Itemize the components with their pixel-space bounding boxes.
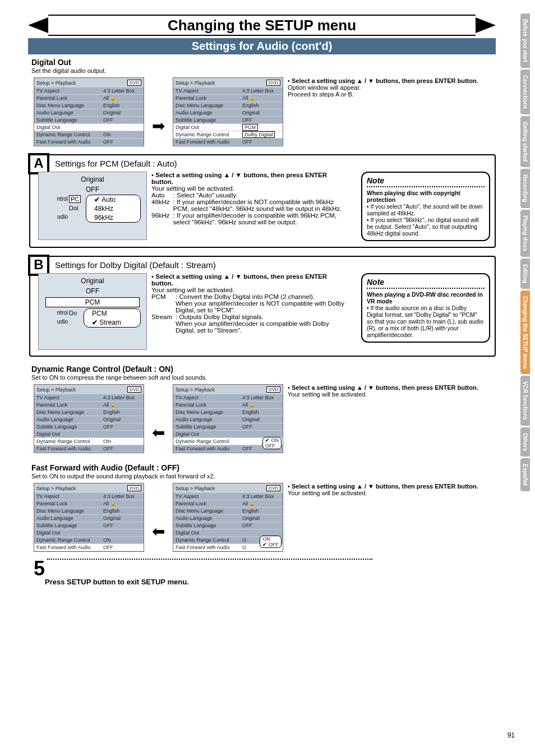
osd-row-v: English xyxy=(240,102,283,109)
osd-row-k: Dynamic Range Control xyxy=(173,438,240,445)
osd-row-v: English xyxy=(240,409,283,416)
opt-on: ON xyxy=(265,437,279,443)
osd-row-k: Audio Language xyxy=(173,109,240,117)
osd-row-v: 4:3 Letter Box xyxy=(101,493,144,500)
osd-row-k: Subtitle Language xyxy=(34,117,101,124)
osd-row-v: OFF xyxy=(101,445,144,453)
instr-sub: Your setting will be activated. xyxy=(151,185,234,192)
osd-row-k: Dynamic Range Control xyxy=(173,131,240,139)
instr-bold: Select a setting using ▲ / ▼ buttons, th… xyxy=(151,273,327,287)
osd-row-v: English xyxy=(101,409,144,416)
snap-big: PCM xyxy=(45,297,140,307)
tab-setup: Changing the SETUP menu xyxy=(520,291,530,374)
tab-vcr: VCR functions xyxy=(520,376,530,426)
osd-row-v: Original xyxy=(240,109,283,117)
osd-row-v: Original xyxy=(240,515,283,522)
osd-row-k: Fast Forward with Audio xyxy=(173,445,240,453)
osd-crumb: Setup > Playback xyxy=(36,80,76,86)
osd-row-k: Fast Forward with Audio xyxy=(34,544,101,551)
osd-row-v: All 🔒 xyxy=(101,500,144,508)
osd-row-k: Dynamic Range Control xyxy=(34,438,101,445)
osd-row-v: English xyxy=(101,102,144,109)
osd-row-v: OFF xyxy=(240,139,283,146)
snap-line: Original xyxy=(42,174,143,185)
note-item: If you select "Auto", the sound will be … xyxy=(367,203,483,216)
osd-crumb: Setup > Playback xyxy=(176,486,215,491)
osd-row-v: All 🔒 xyxy=(240,95,283,102)
ff-sub: Set to ON to output the sound during pla… xyxy=(31,473,518,480)
drc-heading: Dynamic Range Control (Default : ON) xyxy=(31,365,518,374)
step-number: 5 xyxy=(34,557,45,580)
osd-row-v xyxy=(101,431,144,438)
osd-row-k: TV Aspect xyxy=(34,493,101,500)
section-a-title: Settings for PCM (Default : Auto) xyxy=(55,159,490,168)
instr-line: Your setting will be activated. xyxy=(288,391,367,398)
osd-row-k: Subtitle Language xyxy=(34,522,101,529)
osd-row-k: Digital Out xyxy=(173,431,240,438)
osd-row-k: Disc Menu Language xyxy=(173,409,240,416)
osd-row-k: Subtitle Language xyxy=(173,423,240,431)
drc-sub: Set to ON to compress the range between … xyxy=(31,374,518,381)
ornament-left xyxy=(28,17,48,33)
osd-row-v xyxy=(101,529,144,537)
note-heading: When playing a DVD-RW disc recorded in V… xyxy=(367,291,483,305)
snap-edge: Do xyxy=(69,310,77,316)
osd-row-v: English xyxy=(240,508,283,515)
def-v: : Outputs Dolby Digital signals. When yo… xyxy=(176,314,350,334)
note-a: Note When playing disc with copyright pr… xyxy=(361,172,490,241)
osd-row-v: Original xyxy=(101,416,144,423)
def-v: : Convert the Dolby Digital into PCM (2 … xyxy=(176,293,350,314)
note-b: Note When playing a DVD-RW disc recorded… xyxy=(361,273,490,343)
opt-pcm: PCM xyxy=(84,309,140,318)
arrow-left-icon: ⬅ xyxy=(144,483,173,541)
osd-row-k: Digital Out xyxy=(34,124,101,131)
osd-crumb: Setup > Playback xyxy=(36,486,76,491)
section-b: B Settings for Dolby Digital (Default : … xyxy=(29,256,496,357)
dvd-badge: DVD xyxy=(266,80,280,86)
instr-line: Option window will appear. xyxy=(288,84,361,91)
osd-row-k: Dynamic Range Control xyxy=(34,131,101,139)
osd-row-k: Disc Menu Language xyxy=(34,409,101,416)
osd-crumb: Setup > Playback xyxy=(176,387,215,393)
osd-row-k: Audio Language xyxy=(34,416,101,423)
def-k: PCM xyxy=(151,293,176,314)
def-v: : If your amplifier/decoder is compatibl… xyxy=(173,212,350,225)
osd-row-k: Parental Lock xyxy=(173,402,240,409)
opt-on: ON xyxy=(262,536,279,542)
instr-bold: Select a setting using ▲ / ▼ buttons, th… xyxy=(151,172,327,185)
arrow-left-icon: ⬅ xyxy=(144,384,173,442)
page-title-band: Changing the SETUP menu xyxy=(28,15,496,36)
dvd-badge: DVD xyxy=(266,386,280,393)
section-a: A Settings for PCM (Default : Auto) Orig… xyxy=(29,154,496,248)
dvd-badge: DVD xyxy=(127,485,141,491)
opt-48: 48kHz xyxy=(86,204,140,213)
osd-row-v: Original xyxy=(101,515,144,522)
osd-row-v: 4:3 Letter Box xyxy=(240,493,283,500)
osd-row-k: TV Aspect xyxy=(173,493,240,500)
osd-row-v: OFF xyxy=(240,117,283,124)
def-k: Auto xyxy=(151,192,173,199)
osd-row-v: OFF xyxy=(101,544,144,551)
snap-line: Original xyxy=(42,276,143,286)
note-heading: When playing disc with copyright protect… xyxy=(367,190,460,203)
def-k: 48kHz xyxy=(151,199,173,212)
snap-line: OFF xyxy=(42,286,143,296)
def-k: Stream xyxy=(151,314,176,334)
osd-ff-left: Setup > PlaybackDVD TV Aspect4:3 Letter … xyxy=(34,483,144,552)
osd-row-k: TV Aspect xyxy=(173,87,240,95)
note-title: Note xyxy=(367,176,485,185)
osd-row-k: Subtitle Language xyxy=(173,522,240,529)
instr-sub: Your setting will be activated. xyxy=(151,287,234,293)
page-number: 91 xyxy=(508,731,515,739)
note-item: If you select "96kHz", no digital sound … xyxy=(367,216,479,237)
instr-line: Your setting will be activated. xyxy=(288,490,367,496)
osd-row-k: Disc Menu Language xyxy=(34,508,101,515)
note-item: If the audio source on a disc is Dolby D… xyxy=(367,305,483,338)
instr-bold: Select a setting using ▲ / ▼ buttons, th… xyxy=(292,483,478,490)
dvd-badge: DVD xyxy=(127,386,141,393)
osd-row-k: Disc Menu Language xyxy=(173,508,240,515)
tab-before: Before you start xyxy=(520,13,530,68)
snap-edge: ntrol xyxy=(57,196,68,202)
popup-dolby-label: Dolby Digital xyxy=(242,131,275,138)
dvd-badge: DVD xyxy=(127,80,141,86)
